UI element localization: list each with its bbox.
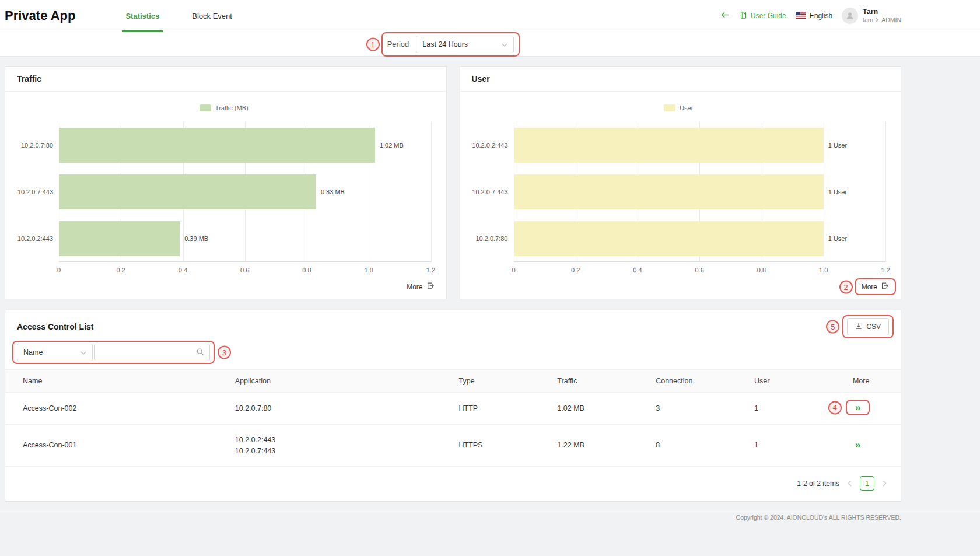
bar (514, 128, 824, 163)
chart-legend[interactable]: Traffic (MB) (17, 101, 431, 115)
row-more-button[interactable]: » (853, 403, 863, 412)
bar-value-label: 0.39 MB (184, 235, 208, 242)
tab-block-event[interactable]: Block Event (176, 0, 249, 32)
main-content: Traffic Traffic (MB) 10.2.0.7:8010.2.0.7… (0, 57, 980, 502)
gridline (886, 122, 886, 262)
cell-more: 4» (847, 393, 901, 425)
user-name: Tarn (863, 8, 901, 17)
prev-page-button[interactable] (846, 478, 853, 488)
traffic-more-button[interactable]: More (407, 282, 434, 292)
category-label: 10.2.0.2:443 (472, 122, 514, 169)
footer: Copyright © 2024. AIONCLOUD's ALL RIGHTS… (0, 510, 980, 521)
cell-type: HTTPS (453, 424, 552, 467)
search-icon (196, 348, 204, 358)
acl-table: NameApplicationTypeTrafficConnectionUser… (5, 369, 901, 467)
category-label: 10.2.0.2:443 (17, 215, 59, 262)
period-label: Period (387, 40, 410, 48)
bar-row: 1 User (514, 169, 886, 215)
category-label: 10.2.0.7:80 (472, 215, 514, 262)
page-number[interactable]: 1 (860, 476, 874, 491)
category-label: 10.2.0.7:443 (472, 169, 514, 215)
download-icon (855, 323, 862, 331)
bar (514, 221, 824, 256)
table-row: Access-Con-00110.2.0.2:44310.2.0.7:443HT… (5, 424, 901, 467)
acl-table-body: Access-Con-00210.2.0.7:80HTTP1.02 MB314»… (5, 393, 901, 467)
bar-row: 0.83 MB (59, 169, 431, 215)
category-label: 10.2.0.7:443 (17, 169, 59, 215)
pagination-summary: 1-2 of 2 items (797, 480, 839, 488)
search-filter-select[interactable]: Name (17, 344, 93, 361)
search-annotated: 3 Name (17, 344, 210, 361)
x-tick-label: 0.2 (117, 267, 125, 274)
csv-download-button[interactable]: CSV (847, 318, 889, 335)
column-header: Application (229, 370, 453, 393)
chart-legend[interactable]: User (472, 101, 886, 115)
column-header: Type (453, 370, 552, 393)
cell-more: » (847, 424, 901, 467)
x-tick-label: 0.8 (757, 267, 766, 274)
search-input[interactable] (95, 348, 191, 356)
us-flag-icon (796, 12, 806, 20)
chevron-right-icon (876, 16, 879, 24)
more-row: 2 More (460, 277, 901, 299)
bar-value-label: 1 User (828, 188, 847, 195)
app-title: Private App (5, 8, 75, 23)
back-arrow-icon[interactable] (720, 11, 730, 21)
x-tick-label: 0.8 (302, 267, 311, 274)
acl-header-row: NameApplicationTypeTrafficConnectionUser… (5, 370, 901, 393)
charts-row: Traffic Traffic (MB) 10.2.0.7:8010.2.0.7… (5, 66, 901, 299)
user-guide-label: User Guide (751, 12, 786, 20)
cell-traffic: 1.22 MB (551, 424, 650, 467)
more-label: More (407, 283, 422, 291)
period-select-value: Last 24 Hours (422, 40, 468, 48)
bar-row: 0.39 MB (59, 215, 431, 262)
row-more-annotated: 4» (853, 403, 863, 412)
next-page-button[interactable] (881, 478, 888, 488)
bar-value-label: 1 User (828, 142, 847, 149)
legend-label: Traffic (MB) (215, 104, 249, 111)
bar (59, 128, 375, 163)
export-icon (426, 282, 435, 292)
plot-area: 1 User1 User1 User 00.20.40.60.81.01.2 (514, 122, 886, 277)
user-menu[interactable]: Tarn tarn ADMIN (842, 8, 901, 25)
plot-area: 1.02 MB0.83 MB0.39 MB 00.20.40.60.81.01.… (59, 122, 431, 277)
tab-statistics[interactable]: Statistics (109, 0, 176, 32)
bar (514, 174, 824, 209)
column-header: Traffic (551, 370, 650, 393)
topbar-right: User Guide English Tarn tarn ADMIN (720, 8, 901, 25)
row-more-button[interactable]: » (853, 440, 863, 450)
column-header: Connection (650, 370, 748, 393)
chevron-down-icon (80, 348, 86, 356)
chevron-down-icon (502, 40, 508, 48)
cell-user: 1 (748, 424, 847, 467)
application-line: 10.2.0.7:80 (235, 403, 447, 414)
x-axis: 00.20.40.60.81.01.2 (59, 262, 431, 277)
bar-row: 1 User (514, 122, 886, 169)
user-chart: User 10.2.0.2:44310.2.0.7:44310.2.0.7:80… (460, 92, 901, 277)
gridline (431, 122, 432, 262)
cell-name: Access-Con-001 (5, 424, 229, 467)
period-select[interactable]: Last 24 Hours (416, 36, 514, 53)
user-more-annotated: 2 More (862, 282, 889, 292)
filter-select-value: Name (23, 348, 43, 356)
legend-swatch (200, 104, 211, 111)
language-selector[interactable]: English (796, 12, 832, 20)
csv-label: CSV (866, 323, 881, 331)
cell-name: Access-Con-002 (5, 393, 229, 425)
x-tick-label: 0.6 (695, 267, 704, 274)
bars: 1.02 MB0.83 MB0.39 MB (59, 122, 431, 262)
bar (59, 221, 180, 256)
user-more-button[interactable]: More (862, 282, 889, 292)
category-label: 10.2.0.7:80 (17, 122, 59, 169)
search-button[interactable] (191, 344, 209, 361)
acl-title: Access Control List (17, 322, 93, 331)
x-tick-label: 1.0 (819, 267, 828, 274)
top-bar: Private App Statistics Block Event User … (0, 0, 980, 32)
annotation-badge-2: 2 (839, 280, 853, 293)
user-role-line: tarn ADMIN (863, 16, 901, 24)
legend-label: User (680, 104, 693, 111)
cell-type: HTTP (453, 393, 552, 425)
bars: 1 User1 User1 User (514, 122, 886, 262)
user-guide-link[interactable]: User Guide (740, 11, 786, 21)
traffic-card-title: Traffic (5, 67, 446, 92)
